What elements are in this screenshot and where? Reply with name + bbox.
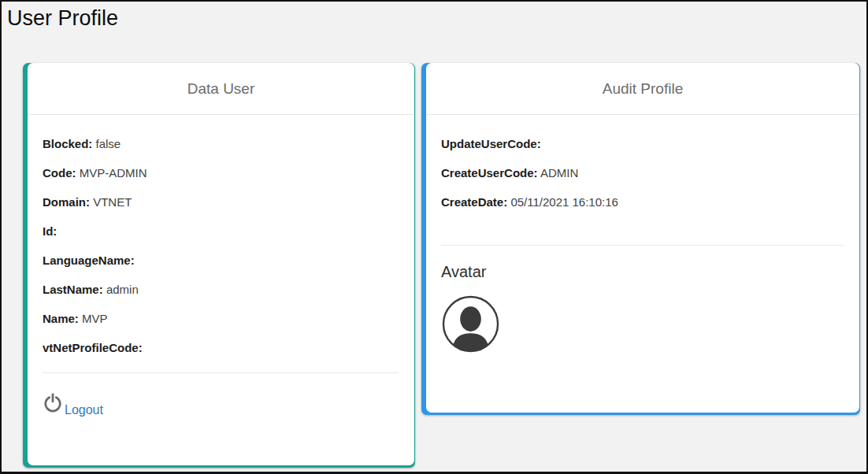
data-user-card-title: Data User <box>28 63 414 115</box>
field-value: MVP-ADMIN <box>80 166 147 180</box>
field-label: UpdateUserCode: <box>441 137 541 150</box>
field-label: LanguageName: <box>43 254 135 267</box>
person-avatar-icon <box>441 294 844 354</box>
field-label: vtNetProfileCode: <box>43 341 143 354</box>
logout-button[interactable]: Logout <box>43 392 103 413</box>
avatar-heading: Avatar <box>441 261 844 283</box>
field-row-name: Name: MVP <box>43 310 399 327</box>
field-label: Name: <box>43 312 79 325</box>
data-user-card-body: Blocked: false Code: MVP-ADMIN Domain: V… <box>28 115 414 465</box>
field-row-createusercode: CreateUserCode: ADMIN <box>441 165 844 181</box>
field-row-id: Id: <box>43 223 399 239</box>
field-value: admin <box>106 283 139 296</box>
field-value: 05/11/2021 16:10:16 <box>510 195 618 209</box>
field-label: Blocked: <box>43 137 92 150</box>
field-label: CreateDate: <box>441 195 507 209</box>
field-label: Domain: <box>43 195 90 209</box>
divider <box>43 372 399 373</box>
field-row-vtnetprofilecode: vtNetProfileCode: <box>43 339 399 356</box>
audit-profile-card-title: Audit Profile <box>426 63 859 115</box>
data-user-card: Data User Blocked: false Code: MVP-ADMIN… <box>23 63 415 468</box>
field-row-blocked: Blocked: false <box>43 135 399 152</box>
field-row-domain: Domain: VTNET <box>43 194 399 210</box>
field-value: VTNET <box>93 195 132 209</box>
audit-profile-card: Audit Profile UpdateUserCode: CreateUser… <box>421 63 860 415</box>
logout-label: Logout <box>65 403 103 417</box>
field-row-updateusercode: UpdateUserCode: <box>441 135 844 152</box>
field-row-createdate: CreateDate: 05/11/2021 16:10:16 <box>441 194 844 210</box>
divider <box>441 245 844 246</box>
field-label: Id: <box>43 224 57 238</box>
cards-row: Data User Blocked: false Code: MVP-ADMIN… <box>23 63 860 468</box>
field-label: LastName: <box>43 283 103 296</box>
audit-profile-card-body: UpdateUserCode: CreateUserCode: ADMIN Cr… <box>426 115 859 413</box>
page-title: User Profile <box>7 6 866 31</box>
field-value: false <box>96 137 121 150</box>
field-value: ADMIN <box>540 166 578 180</box>
field-label: Code: <box>43 166 76 180</box>
field-row-code: Code: MVP-ADMIN <box>43 165 399 181</box>
field-value: MVP <box>82 312 108 325</box>
power-icon <box>43 392 63 413</box>
user-profile-page: User Profile Data User Blocked: false Co… <box>0 0 868 474</box>
field-row-languagename: LanguageName: <box>43 252 399 268</box>
field-row-lastname: LastName: admin <box>43 281 399 298</box>
field-label: CreateUserCode: <box>441 166 538 180</box>
